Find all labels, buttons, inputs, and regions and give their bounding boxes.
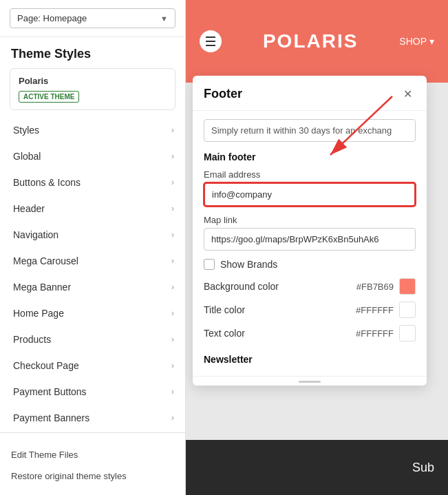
theme-card: Polaris ACTIVE THEME [10,68,175,110]
show-brands-row: Show Brands [204,259,416,270]
sidebar-item-mega-carousel[interactable]: Mega Carousel› [0,248,185,274]
text-color-control: #FFFFFF [356,325,416,341]
map-link-input[interactable] [204,228,416,251]
text-color-row: Text color #FFFFFF [204,325,416,341]
chevron-right-icon: › [171,256,174,266]
chevron-down-icon: ▼ [160,14,168,23]
preview-header: POLARIS SHOP ▾ [186,0,448,83]
sidebar-item-global[interactable]: Global› [0,143,185,169]
sidebar-item-label: Checkout Page [13,360,79,371]
sidebar-item-label: Payment Banners [13,412,89,423]
brand-name: POLARIS [263,30,358,52]
title-color-row: Title color #FFFFFF [204,302,416,318]
bg-color-control: #FB7B69 [356,278,416,295]
sidebar-item-payment-banners[interactable]: Payment Banners› [0,405,185,425]
footer-panel: Footer ✕ Simply return it within 30 days… [193,76,427,386]
chevron-right-icon: › [171,387,174,397]
title-color-control: #FFFFFF [356,302,416,318]
active-theme-badge: ACTIVE THEME [19,91,79,103]
show-brands-checkbox[interactable] [204,259,215,270]
text-color-label: Text color [204,328,245,339]
bg-color-label: Background color [204,281,279,292]
sidebar-item-products[interactable]: Products› [0,326,185,352]
scrollbar-handle [299,381,321,383]
text-color-swatch[interactable] [399,325,416,341]
panel-preview-text: Simply return it within 30 days for an e… [204,119,416,142]
page-selector: Page: Homepage ▼ [0,0,185,37]
map-link-field-group: Map link [204,215,416,251]
email-input[interactable] [204,182,416,207]
bg-color-swatch[interactable] [399,278,416,295]
sidebar-item-payment-buttons[interactable]: Payment Buttons› [0,379,185,405]
sidebar-divider [0,432,185,433]
panel-title: Footer [204,87,242,101]
sidebar-nav: Styles›Global›Buttons & Icons›Header›Nav… [0,117,185,425]
sidebar-item-label: Mega Banner [13,282,71,293]
hamburger-icon [200,30,222,52]
sidebar-title: Theme Styles [0,37,185,68]
shop-chevron-icon: ▾ [429,36,434,47]
title-color-hex: #FFFFFF [356,305,394,315]
page-dropdown[interactable]: Page: Homepage ▼ [10,8,175,28]
close-button[interactable]: ✕ [399,85,416,102]
title-color-label: Title color [204,304,245,315]
bg-color-row: Background color #FB7B69 [204,278,416,295]
title-color-swatch[interactable] [399,302,416,318]
preview-area: POLARIS SHOP ▾ Sub Footer ✕ Simply retur… [186,0,448,495]
chevron-right-icon: › [171,361,174,370]
sidebar-item-label: Home Page [13,308,64,319]
map-link-label: Map link [204,215,416,225]
sidebar-item-label: Styles [13,125,39,136]
preview-bottom-text: Sub [412,461,434,475]
chevron-right-icon: › [171,204,174,213]
theme-name: Polaris [19,76,167,86]
newsletter-label: Newsletter [204,348,416,368]
sidebar-item-home-page[interactable]: Home Page› [0,300,185,326]
sidebar-item-header[interactable]: Header› [0,196,185,222]
sidebar-item-checkout-page[interactable]: Checkout Page› [0,352,185,379]
sidebar-item-label: Mega Carousel [13,255,78,266]
sidebar: Page: Homepage ▼ Theme Styles Polaris AC… [0,0,186,495]
sidebar-item-label: Products [13,334,51,345]
sidebar-item-styles[interactable]: Styles› [0,117,185,143]
footer-link-edit-theme-files[interactable]: Edit Theme Files [0,444,185,465]
panel-scrollbar [193,376,427,386]
main-footer-label: Main footer [204,151,416,162]
sidebar-item-navigation[interactable]: Navigation› [0,222,185,248]
chevron-right-icon: › [171,282,174,292]
sidebar-item-buttons-icons[interactable]: Buttons & Icons› [0,169,185,196]
page-dropdown-label: Page: Homepage [17,13,87,23]
chevron-right-icon: › [171,178,174,187]
chevron-right-icon: › [171,230,174,240]
sidebar-item-label: Buttons & Icons [13,177,81,188]
chevron-right-icon: › [171,335,174,344]
bg-color-hex: #FB7B69 [356,282,394,292]
sidebar-item-label: Navigation [13,229,58,240]
text-color-hex: #FFFFFF [356,328,394,339]
chevron-right-icon: › [171,125,174,135]
email-label: Email address [204,169,416,180]
shop-button[interactable]: SHOP ▾ [399,36,434,47]
chevron-right-icon: › [171,308,174,318]
sidebar-item-label: Header [13,203,45,214]
panel-body: Simply return it within 30 days for an e… [193,111,427,376]
chevron-right-icon: › [171,151,174,161]
email-field-group: Email address [204,169,416,207]
chevron-right-icon: › [171,413,174,423]
show-brands-label: Show Brands [220,259,277,270]
sidebar-footer-links: Edit Theme FilesRestore original theme s… [0,440,185,495]
footer-link-restore-original[interactable]: Restore original theme styles [0,465,185,487]
preview-bottom: Sub [186,440,448,495]
panel-header: Footer ✕ [193,76,427,111]
sidebar-item-mega-banner[interactable]: Mega Banner› [0,274,185,300]
shop-label: SHOP [399,36,427,47]
sidebar-item-label: Payment Buttons [13,386,87,397]
sidebar-item-label: Global [13,151,41,162]
